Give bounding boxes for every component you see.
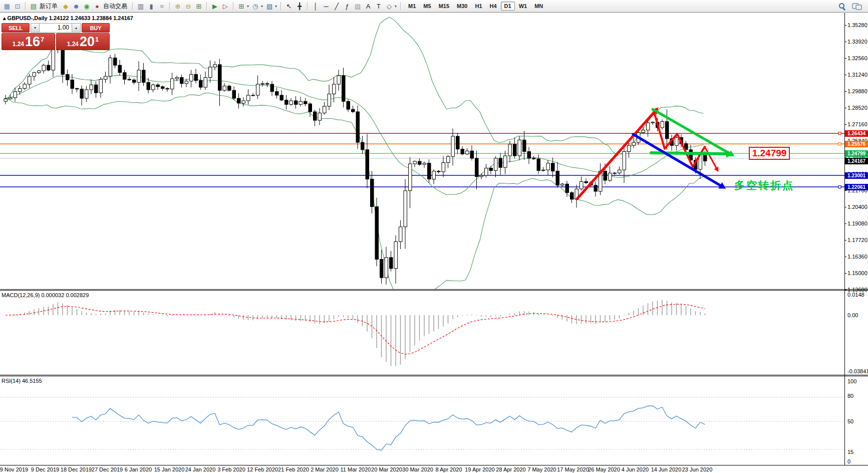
rsi-scale-label: 100 (847, 378, 856, 384)
ohlc-values: 1.24122 1.24633 1.23884 1.24167 (49, 15, 133, 21)
toolbar-separator (169, 2, 170, 10)
crosshair-icon[interactable]: ╋ (295, 2, 305, 11)
tile-windows-icon[interactable]: ⊞ (194, 2, 204, 11)
gold-chart-icon[interactable]: ◆ (61, 2, 71, 11)
timeframe-d1[interactable]: D1 (501, 2, 515, 11)
date-tick-label: 24 Jan 2020 (185, 466, 216, 472)
buy-price-button[interactable]: 1.24201 (56, 33, 110, 50)
new-chart-icon-dropdown[interactable]: ▾ (247, 4, 249, 9)
search-icon[interactable] (838, 3, 846, 10)
hline-tool-icon[interactable]: ─ (321, 2, 331, 11)
line-chart-type-icon[interactable]: ≈ (157, 2, 167, 11)
price-level-badge: 1.23001 (845, 172, 868, 179)
chart-window[interactable]: ▴ GBPUSD-,Daily 1.24122 1.24633 1.23884 … (0, 13, 868, 473)
price-axis-border (844, 13, 845, 465)
price-tickmark (844, 75, 846, 75)
price-tick-label: 1.32560 (847, 55, 867, 61)
timeframe-m5[interactable]: M5 (420, 2, 434, 11)
macd-panel[interactable] (0, 291, 845, 375)
timeframe-h1[interactable]: H1 (471, 2, 485, 11)
date-tick-label: 23 Jun 2020 (682, 466, 713, 472)
sell-price-button[interactable]: 1.24167 (2, 33, 55, 50)
volume-stepper: ▾ 1.00 ▴ (31, 23, 81, 33)
price-tickmark (844, 207, 846, 207)
date-tick-label: 8 Apr 2020 (435, 466, 462, 472)
symbol-period-label: GBPUSD-,Daily (8, 15, 48, 21)
candle-chart-type-icon[interactable]: ▮ (146, 2, 156, 11)
date-tick-label: 28 Apr 2020 (496, 466, 525, 472)
price-tick-label: 1.28520 (847, 105, 867, 111)
chat-icon[interactable] (852, 3, 861, 10)
mt4-terminal: { "toolbar": { "items": [ {"type":"icon"… (0, 0, 868, 473)
date-tick-label: 12 Feb 2020 (247, 466, 278, 472)
buy-button[interactable]: BUY (82, 23, 110, 33)
bar-chart-type-icon[interactable]: ▥ (136, 2, 146, 11)
sell-button[interactable]: SELL (2, 23, 30, 33)
rsi-scale-label: 50 (847, 418, 853, 424)
zoom-in-icon[interactable]: ⊕ (173, 2, 183, 11)
timeframes-clock-icon[interactable]: ◷ (250, 2, 260, 11)
price-tickmark (844, 190, 846, 191)
timeframe-mn[interactable]: MN (531, 2, 546, 11)
vline-tool-icon[interactable]: │ (311, 2, 321, 11)
date-tick-label: 19 Apr 2020 (465, 466, 494, 472)
panel-separator[interactable] (0, 375, 868, 376)
collapse-arrow-icon[interactable]: ▴ (3, 15, 6, 21)
new-order-icon[interactable]: ▤ (29, 2, 39, 11)
profiles-icon[interactable]: ⊡ (13, 2, 23, 11)
new-order-icon-label[interactable]: 新订单 (40, 2, 58, 11)
ask-price-pip: 1 (95, 36, 99, 43)
price-tickmark (844, 240, 846, 241)
price-chart-canvas[interactable] (0, 13, 845, 290)
community-icon[interactable]: ☻ (71, 2, 81, 11)
ask-price-big: 20 (80, 34, 95, 50)
new-chart-icon[interactable]: ⊞ (236, 2, 246, 11)
text-tool-icon[interactable]: A (363, 2, 373, 11)
timeframes-clock-icon-dropdown[interactable]: ▾ (261, 4, 263, 9)
channel-tool-icon[interactable]: ▨ (353, 2, 363, 11)
charts-window-icon[interactable]: ▦ (2, 2, 12, 11)
indicators-template-icon-dropdown[interactable]: ▾ (275, 4, 277, 9)
price-tickmark (844, 124, 846, 125)
auto-scroll-icon[interactable]: ▶ (210, 2, 220, 11)
toolbar-separator (400, 2, 401, 10)
timeframe-w1[interactable]: W1 (515, 2, 531, 11)
toolbar-separator (280, 2, 281, 10)
fibonacci-tool-icon[interactable]: ƒ (342, 2, 352, 11)
zoom-out-icon[interactable]: ⊖ (183, 2, 193, 11)
toolbar-right (838, 3, 866, 10)
label-tool-icon[interactable]: T (374, 2, 384, 11)
timeframe-m15[interactable]: M15 (435, 2, 453, 11)
macd-scale-label: -0.038415 (847, 368, 868, 374)
panel-separator[interactable] (0, 289, 868, 291)
autotrade-icon[interactable]: ● (92, 2, 102, 11)
timeframe-m30[interactable]: M30 (453, 2, 471, 11)
arrows-tool-icon-dropdown[interactable]: ▾ (395, 4, 397, 9)
price-tickmark (844, 58, 846, 59)
volume-down-button[interactable]: ▾ (31, 23, 40, 33)
timeframe-m1[interactable]: M1 (405, 2, 419, 11)
date-tick-label: 27 Dec 2019 (92, 466, 123, 472)
autotrade-icon-label[interactable]: 自动交易 (103, 2, 127, 11)
price-level-badge: 1.24167 (845, 158, 868, 164)
price-level-badge: 1.22061 (845, 184, 868, 190)
date-tick-label: 9 Nov 2019 (0, 466, 28, 472)
signal-icon[interactable]: ◉ (82, 2, 92, 11)
price-tick-label: 1.20400 (847, 204, 867, 210)
price-callout-box[interactable]: 1.24799 (749, 147, 790, 160)
one-click-trading-panel: SELL ▾ 1.00 ▴ BUY 1.24167 1.24201 (2, 23, 110, 50)
indicators-template-icon[interactable]: ▧ (264, 2, 274, 11)
toolbar-icons: ▦⊡▤新订单◆☻◉●自动交易▥▮≈⊕⊖⊞▶▷⊞▾◷▾▧▾↖╋│─╱ƒ▨AT◇▾ (2, 2, 403, 11)
date-tick-label: 30 Mar 2020 (402, 466, 433, 472)
rsi-panel[interactable] (0, 377, 845, 465)
macd-label: MACD(12,26,9) 0.000032 0.002829 (2, 292, 89, 298)
cursor-icon[interactable]: ↖ (284, 2, 294, 11)
date-tick-label: 11 Mar 2020 (341, 466, 371, 472)
price-tick-label: 1.15000 (847, 270, 867, 276)
volume-up-button[interactable]: ▴ (72, 23, 81, 33)
volume-input[interactable]: 1.00 (40, 23, 72, 33)
timeframe-h4[interactable]: H4 (486, 2, 500, 11)
chart-shift-icon[interactable]: ▷ (220, 2, 230, 11)
trendline-tool-icon[interactable]: ╱ (332, 2, 342, 11)
arrows-tool-icon[interactable]: ◇ (384, 2, 394, 11)
